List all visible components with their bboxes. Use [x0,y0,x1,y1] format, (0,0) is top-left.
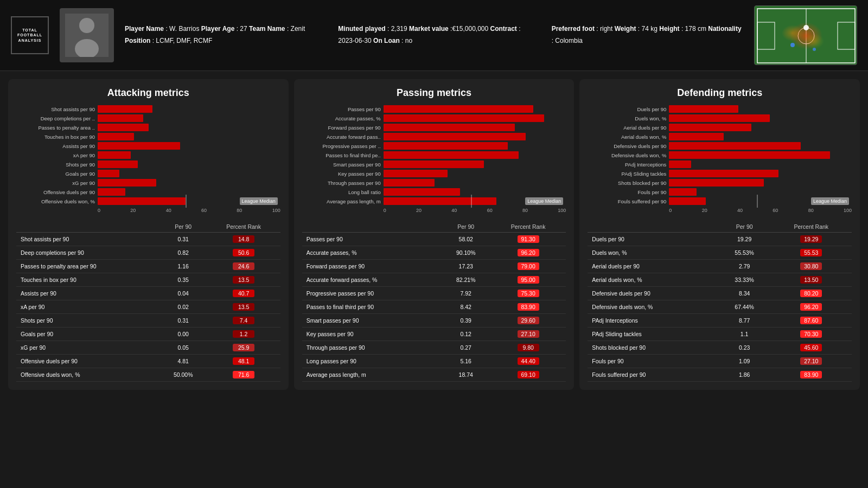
bar-fill [98,170,119,177]
pct-rank-badge: 24.6 [233,262,254,270]
bar-row: Assists per 90 [16,142,280,150]
bar-fill [98,133,134,140]
info-stats: Minuted played : 2,319 Market value :€15… [338,23,529,47]
bar-container [384,105,566,113]
metric-cell: Deep completions per 90 [16,246,159,260]
table-row: Offensive duels per 904.8148.1 [16,355,280,368]
bar-container [98,142,280,150]
per90-cell: 19.29 [718,233,771,246]
pctrank-cell: 7.4 [207,314,280,328]
metric-cell: Average pass length, m [302,368,442,382]
attacking-chart: Shot assists per 90Deep completions per … [16,105,280,213]
metric-cell: Shot assists per 90 [16,233,159,246]
bar-row: Goals per 90 [16,170,280,177]
metric-cell: Accurate passes, % [302,246,442,260]
pctrank-cell: 80.20 [771,287,852,300]
defending-x-axis: 020406080100 [588,208,852,213]
metric-cell: Accurate forward passes, % [302,273,442,287]
header: TOTAL FOOTBALL ANALYSIS Player Name : W.… [0,0,868,71]
table-row: Average pass length, m18.7469.10 [302,368,566,382]
pct-rank-badge: 79.00 [518,262,539,270]
pctrank-cell: 83.90 [771,368,852,382]
table-row: Progressive passes per 907.9275.30 [302,287,566,300]
metric-cell: PAdj Sliding tackles [588,328,718,341]
median-label: League Median [811,197,849,205]
table-row: Accurate forward passes, %82.21%95.00 [302,273,566,287]
bar-row: Shots blocked per 90 [588,179,852,187]
bar-fill [384,179,435,187]
bar-container [98,105,280,113]
bar-label: Shot assists per 90 [16,106,95,112]
table-row: Defensive duels won, %67.44%96.20 [588,300,852,314]
bar-label: Offensive duels per 90 [16,189,95,195]
metric-cell: Offensive duels won, % [16,368,159,382]
bar-label: Duels per 90 [588,106,666,112]
defending-col-per90: Per 90 [718,221,771,233]
table-row: PAdj Sliding tackles1.170.30 [588,328,852,341]
per90-cell: 0.23 [718,341,771,355]
table-row: Deep completions per 900.8250.6 [16,246,280,260]
pctrank-cell: 27.10 [490,328,566,341]
table-row: Long passes per 905.1644.40 [302,355,566,368]
pct-rank-badge: 71.6 [233,371,254,378]
bar-label: Passes per 90 [302,106,381,112]
table-row: Shot assists per 900.3114.8 [16,233,280,246]
pct-rank-badge: 19.29 [800,235,822,243]
info-physical: Preferred foot : right Weight : 74 kg He… [552,23,743,47]
bar-fill [669,179,764,187]
passing-col-per90: Per 90 [442,221,490,233]
table-row: Duels per 9019.2919.29 [588,233,852,246]
passing-panel: Passing metrics Passes per 90Accurate pa… [294,79,575,390]
bar-container [669,160,852,168]
per90-cell: 58.02 [442,233,490,246]
table-row: Fouls suffered per 901.8683.90 [588,368,852,382]
attacking-title: Attacking metrics [16,87,280,99]
bar-label: xA per 90 [16,152,95,158]
metric-cell: Smart passes per 90 [302,314,442,328]
bar-row: Fouls per 90 [588,188,852,196]
per90-cell: 5.16 [442,355,490,368]
bar-fill [669,160,691,168]
metric-cell: xA per 90 [16,300,159,314]
bar-container [669,170,852,177]
per90-cell: 0.39 [442,314,490,328]
bar-container [98,114,280,122]
passing-table: Per 90 Percent Rank Passes per 9058.0291… [302,221,566,382]
table-row: Fouls per 901.0927.10 [588,355,852,368]
bar-container [384,114,566,122]
bar-label: Offensive duels won, % [16,198,95,204]
bar-container [669,124,852,131]
per90-cell: 0.35 [159,273,207,287]
per90-cell: 8.34 [718,287,771,300]
table-row: Aerial duels won, %33.33%13.50 [588,273,852,287]
pct-rank-badge: 30.80 [800,262,822,270]
bar-row: Passes to penalty area .. [16,124,280,131]
pct-rank-badge: 13.5 [233,303,254,311]
bar-container [669,179,852,187]
pctrank-cell: 40.7 [207,287,280,300]
pctrank-cell: 70.30 [771,328,852,341]
passing-chart: Passes per 90Accurate passes, %Forward p… [302,105,566,213]
metric-cell: Aerial duels won, % [588,273,718,287]
bar-row: Aerial duels won, % [588,133,852,140]
bar-row: Long ball ratio [302,188,566,196]
table-row: Smart passes per 900.3929.60 [302,314,566,328]
median-line [471,195,472,208]
bar-row: Shot assists per 90 [16,105,280,113]
metric-cell: Shots blocked per 90 [588,341,718,355]
pct-rank-badge: 48.1 [233,357,254,365]
metric-cell: Assists per 90 [16,287,159,300]
bar-label: Key passes per 90 [302,171,381,177]
bar-label: Deep completions per .. [16,115,95,121]
pct-rank-badge: 55.53 [800,249,822,256]
defending-col-metric [588,221,718,233]
bar-label: Average pass length, m [302,198,381,204]
attacking-col-metric [16,221,159,233]
metric-cell: Duels won, % [588,246,718,260]
metric-cell: Through passes per 90 [302,341,442,355]
table-row: Accurate passes, %90.10%96.20 [302,246,566,260]
bar-label: Shots blocked per 90 [588,180,666,186]
bar-label: Forward passes per 90 [302,125,381,131]
pct-rank-badge: 45.60 [800,344,822,351]
pctrank-cell: 13.5 [207,300,280,314]
